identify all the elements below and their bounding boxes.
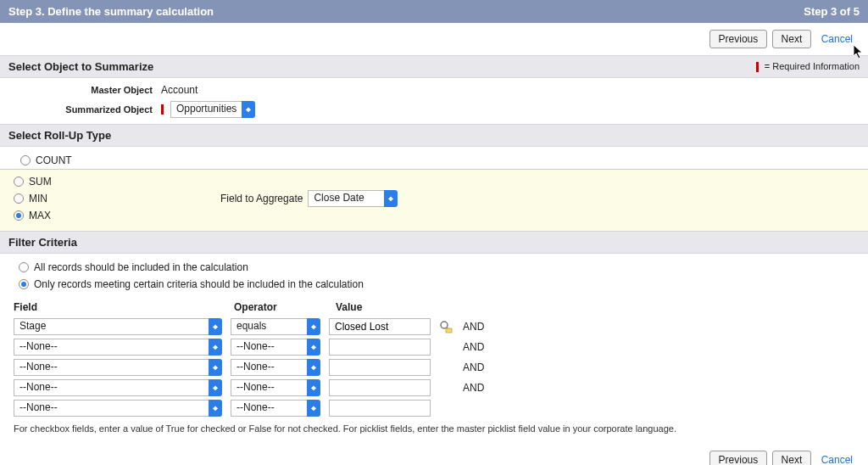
criteria-field-select[interactable]: --None-- (14, 339, 222, 356)
criteria-col-value: Value (336, 301, 454, 313)
criteria-and-label: AND (456, 341, 498, 353)
wizard-title: Step 3. Define the summary calculation (8, 5, 214, 18)
dropdown-caret-icon (209, 359, 222, 376)
criteria-field-select[interactable]: Stage (14, 318, 222, 335)
criteria-value-input[interactable] (329, 379, 431, 396)
rollup-option-max[interactable]: MAX (8, 207, 220, 224)
wizard-header: Step 3. Define the summary calculation S… (0, 0, 868, 23)
criteria-row: --None----None--AND (14, 337, 860, 357)
criteria-row: --None----None-- (14, 398, 860, 418)
criteria-row: StageequalsAND (14, 317, 860, 337)
master-object-label: Master Object (8, 85, 161, 95)
section-body-rollup: COUNT SUM MIN MAX Field to Aggregate (0, 147, 868, 231)
summarized-object-label: Summarized Object (8, 104, 161, 115)
filter-option-all[interactable]: All records should be included in the ca… (8, 259, 860, 276)
dropdown-caret-icon (307, 318, 320, 335)
rollup-option-count[interactable]: COUNT (15, 152, 853, 169)
required-info-hint: = Required Information (756, 61, 860, 72)
master-object-row: Master Object Account (0, 81, 868, 98)
criteria-help-text: For checkbox fields, enter a value of Tr… (14, 418, 860, 434)
button-bar-top: Previous Next Cancel (0, 23, 868, 55)
criteria-operator-select[interactable]: --None-- (231, 359, 320, 376)
section-title-rollup: Select Roll-Up Type (8, 129, 111, 142)
criteria-value-input[interactable] (329, 359, 431, 376)
svg-point-0 (441, 322, 448, 328)
dropdown-caret-icon (209, 318, 222, 335)
field-to-aggregate-label: Field to Aggregate (220, 193, 308, 204)
radio-icon (20, 155, 31, 165)
criteria-row: --None----None--AND (14, 357, 860, 378)
dropdown-caret-icon (209, 339, 222, 356)
cancel-link[interactable]: Cancel (815, 451, 860, 465)
section-body-object: Master Object Account Summarized Object … (0, 78, 868, 124)
field-to-aggregate-select[interactable]: Close Date (308, 190, 398, 207)
criteria-field-select[interactable]: --None-- (14, 400, 222, 417)
section-title-object: Select Object to Summarize (8, 60, 153, 73)
dropdown-caret-icon (384, 190, 398, 207)
criteria-and-label: AND (456, 361, 498, 373)
dropdown-caret-icon (209, 400, 222, 417)
dropdown-caret-icon (242, 101, 255, 118)
master-object-value: Account (161, 84, 198, 96)
criteria-operator-select[interactable]: --None-- (231, 400, 320, 417)
radio-icon (14, 210, 24, 221)
radio-icon (14, 176, 24, 187)
dropdown-caret-icon (307, 400, 320, 417)
criteria-table: Field Operator Value StageequalsAND--Non… (8, 293, 860, 434)
cancel-link[interactable]: Cancel (815, 31, 860, 48)
lookup-icon[interactable] (439, 320, 453, 333)
criteria-operator-select[interactable]: equals (231, 318, 320, 335)
criteria-operator-select[interactable]: --None-- (231, 379, 320, 396)
next-button[interactable]: Next (772, 451, 812, 465)
section-header-filter: Filter Criteria (0, 231, 868, 254)
criteria-and-label: AND (456, 382, 498, 394)
previous-button[interactable]: Previous (709, 30, 768, 48)
required-bar-icon (756, 62, 759, 72)
summarized-object-row: Summarized Object Opportunities (0, 98, 868, 120)
section-title-filter: Filter Criteria (8, 236, 77, 249)
section-header-rollup: Select Roll-Up Type (0, 124, 868, 147)
svg-rect-2 (446, 328, 452, 333)
criteria-field-select[interactable]: --None-- (14, 359, 222, 376)
section-header-object: Select Object to Summarize = Required In… (0, 55, 868, 78)
wizard-step-indicator: Step 3 of 5 (804, 5, 860, 18)
dropdown-caret-icon (307, 359, 320, 376)
dropdown-caret-icon (209, 379, 222, 396)
rollup-option-sum[interactable]: SUM (8, 173, 220, 190)
criteria-value-input[interactable] (329, 400, 431, 417)
required-bar-icon (161, 104, 164, 115)
criteria-field-select[interactable]: --None-- (14, 379, 222, 396)
criteria-value-input[interactable] (329, 339, 431, 356)
filter-option-criteria[interactable]: Only records meeting certain criteria sh… (8, 276, 860, 293)
section-body-filter: All records should be included in the ca… (0, 254, 868, 442)
criteria-row: --None----None--AND (14, 378, 860, 398)
button-bar-bottom: Previous Next Cancel (0, 442, 868, 465)
radio-icon (19, 279, 29, 289)
rollup-option-min[interactable]: MIN (8, 190, 220, 207)
summarized-object-select[interactable]: Opportunities (170, 101, 255, 118)
radio-icon (19, 262, 29, 272)
criteria-col-field: Field (14, 301, 234, 313)
dropdown-caret-icon (307, 379, 320, 396)
dropdown-caret-icon (307, 339, 320, 356)
criteria-operator-select[interactable]: --None-- (231, 339, 320, 356)
next-button[interactable]: Next (772, 30, 812, 48)
criteria-value-input[interactable] (329, 318, 431, 335)
radio-icon (14, 193, 24, 204)
previous-button[interactable]: Previous (709, 451, 768, 465)
criteria-col-operator: Operator (234, 301, 336, 313)
criteria-and-label: AND (456, 321, 498, 333)
